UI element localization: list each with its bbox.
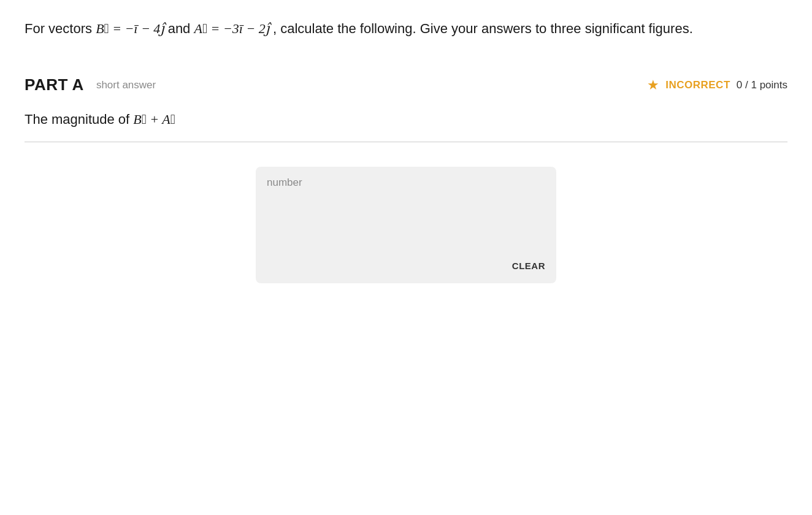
points-display: 0 / 1 points <box>737 79 787 91</box>
number-input[interactable] <box>267 177 545 238</box>
section-divider <box>25 142 787 142</box>
part-a-header-right: ★ INCORRECT 0 / 1 points <box>647 77 787 93</box>
magnitude-text: The magnitude of <box>25 112 133 127</box>
answer-box: CLEAR <box>256 167 556 283</box>
part-a-header-left: PART A short answer <box>25 75 156 94</box>
answer-area: CLEAR <box>25 167 787 283</box>
question-intro-text: For vectors B⃗ = −ī − 4ȷ̂ and A⃗ = −3ī −… <box>25 18 785 39</box>
part-a-header: PART A short answer ★ INCORRECT 0 / 1 po… <box>25 75 787 94</box>
incorrect-badge: INCORRECT <box>665 79 730 91</box>
answer-type-label: short answer <box>96 79 156 91</box>
vector-b-expression: B⃗ = −ī − 4ȷ̂ <box>96 21 168 36</box>
part-label: PART A <box>25 75 84 94</box>
magnitude-math-expression: B⃗ + A⃗ <box>133 112 175 127</box>
vector-a-expression: A⃗ = −3ī − 2ȷ̂ <box>194 21 273 36</box>
star-icon: ★ <box>647 77 659 93</box>
clear-button[interactable]: CLEAR <box>512 258 545 273</box>
part-a-question-body: The magnitude of B⃗ + A⃗ <box>25 109 787 129</box>
question-container: For vectors B⃗ = −ī − 4ȷ̂ and A⃗ = −3ī −… <box>25 18 787 283</box>
